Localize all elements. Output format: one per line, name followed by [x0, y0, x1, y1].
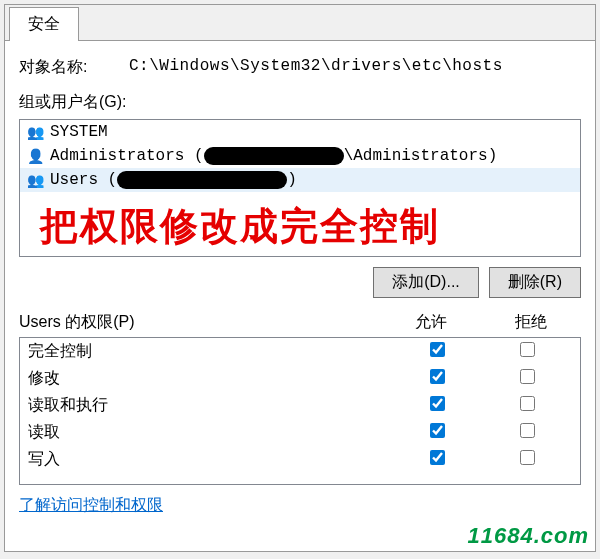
- permission-row: 完全控制: [20, 338, 580, 365]
- redacted-text: [117, 171, 287, 189]
- permissions-for-label: Users 的权限(P): [19, 312, 381, 333]
- tab-security[interactable]: 安全: [9, 7, 79, 41]
- list-item[interactable]: 👤 Administrators ( \Administrators): [20, 144, 580, 168]
- deny-checkbox[interactable]: [520, 369, 535, 384]
- principal-suffix: ): [287, 171, 297, 189]
- object-row: 对象名称: C:\Windows\System32\drivers\etc\ho…: [19, 57, 581, 78]
- list-item[interactable]: 👥 Users ( ): [20, 168, 580, 192]
- allow-checkbox[interactable]: [430, 396, 445, 411]
- principal-suffix: \Administrators): [344, 147, 498, 165]
- learn-more-link[interactable]: 了解访问控制和权限: [19, 495, 163, 516]
- allow-checkbox[interactable]: [430, 450, 445, 465]
- properties-dialog: 安全 对象名称: C:\Windows\System32\drivers\etc…: [4, 4, 596, 552]
- permissions-header: Users 的权限(P) 允许 拒绝: [19, 312, 581, 333]
- principal-name: Administrators (: [50, 147, 204, 165]
- deny-checkbox[interactable]: [520, 342, 535, 357]
- permission-row: 写入: [20, 446, 580, 473]
- annotation-overlay: 把权限修改成完全控制: [40, 201, 440, 252]
- permission-name: 读取: [28, 422, 392, 443]
- deny-checkbox[interactable]: [520, 396, 535, 411]
- allow-checkbox[interactable]: [430, 342, 445, 357]
- permission-name: 修改: [28, 368, 392, 389]
- groups-listbox[interactable]: 👥 SYSTEM 👤 Administrators ( \Administrat…: [19, 119, 581, 257]
- deny-column-label: 拒绝: [481, 312, 581, 333]
- permission-name: 读取和执行: [28, 395, 392, 416]
- permission-name: 完全控制: [28, 341, 392, 362]
- users-icon: 👥: [26, 123, 44, 141]
- allow-checkbox[interactable]: [430, 369, 445, 384]
- remove-button[interactable]: 删除(R): [489, 267, 581, 298]
- add-button[interactable]: 添加(D)...: [373, 267, 479, 298]
- list-item[interactable]: 👥 SYSTEM: [20, 120, 580, 144]
- deny-checkbox[interactable]: [520, 423, 535, 438]
- users-icon: 👥: [26, 171, 44, 189]
- button-row: 添加(D)... 删除(R): [19, 267, 581, 298]
- permission-name: 写入: [28, 449, 392, 470]
- watermark: 11684.com: [467, 523, 589, 549]
- deny-checkbox[interactable]: [520, 450, 535, 465]
- object-name-label: 对象名称:: [19, 57, 129, 78]
- permissions-listbox[interactable]: 完全控制 修改 读取和执行 读取 写入: [19, 337, 581, 485]
- redacted-text: [204, 147, 344, 165]
- principal-name: Users (: [50, 171, 117, 189]
- groups-label: 组或用户名(G):: [19, 92, 581, 113]
- dialog-content: 对象名称: C:\Windows\System32\drivers\etc\ho…: [5, 41, 595, 526]
- tab-strip: 安全: [5, 5, 595, 41]
- permission-row: 读取和执行: [20, 392, 580, 419]
- allow-column-label: 允许: [381, 312, 481, 333]
- permission-row: 修改: [20, 365, 580, 392]
- allow-checkbox[interactable]: [430, 423, 445, 438]
- user-icon: 👤: [26, 147, 44, 165]
- permission-row: 读取: [20, 419, 580, 446]
- principal-name: SYSTEM: [50, 123, 108, 141]
- object-path: C:\Windows\System32\drivers\etc\hosts: [129, 57, 503, 78]
